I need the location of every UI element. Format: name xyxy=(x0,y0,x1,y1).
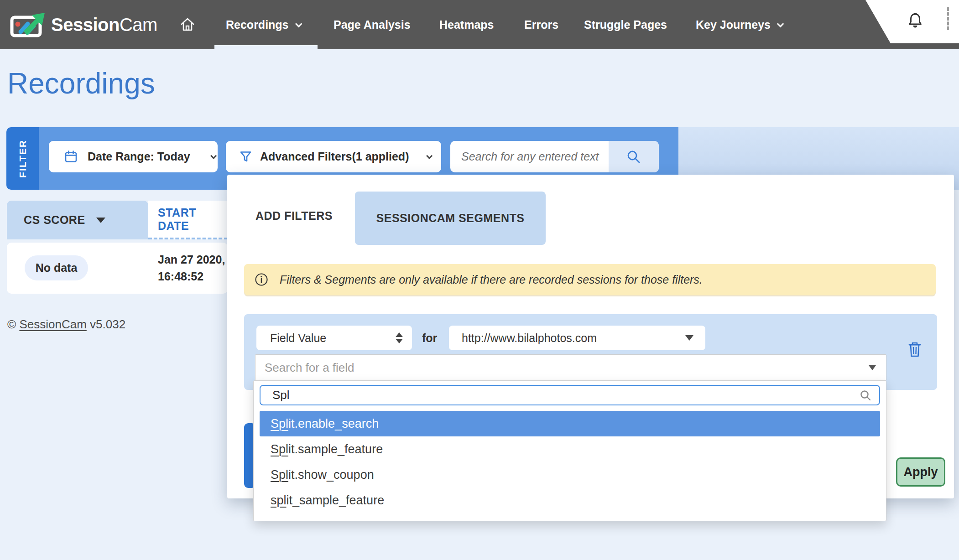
field-search-dropdown: Spl Split.enable_search Split.sample_fea… xyxy=(253,380,886,521)
filter-tab-label: FILTER xyxy=(17,140,28,178)
nav-heatmaps-label: Heatmaps xyxy=(439,18,494,31)
calendar-icon xyxy=(64,150,78,163)
bell-icon xyxy=(907,12,923,30)
home-icon xyxy=(180,17,195,32)
nav-page-analysis-label: Page Analysis xyxy=(334,18,411,31)
advanced-filters-button[interactable]: Advanced Filters(1 applied) xyxy=(226,141,441,172)
field-option-1[interactable]: Split.enable_search xyxy=(260,411,880,436)
field-option-4[interactable]: split_sample_feature xyxy=(260,487,880,513)
notifications-button[interactable] xyxy=(907,12,923,32)
info-banner-text: Filters & Segments are only available if… xyxy=(280,273,703,286)
text-search-input[interactable]: Search for any entered text xyxy=(450,150,609,163)
start-date-line2: 16:48:52 xyxy=(158,268,225,285)
apply-button[interactable]: Apply xyxy=(896,457,945,487)
sort-desc-icon xyxy=(96,218,105,223)
chevron-down-icon xyxy=(777,20,784,27)
kebab-menu[interactable] xyxy=(947,7,949,30)
nav-recordings-label: Recordings xyxy=(226,18,289,31)
recordings-screen: SessionCam Recordings Page Analysis Heat… xyxy=(0,0,959,560)
filter-funnel-icon xyxy=(240,150,252,163)
info-icon xyxy=(254,272,269,287)
dropdown-arrow-icon xyxy=(869,365,876,370)
text-search-box: Search for any entered text xyxy=(450,141,659,172)
chevron-down-icon xyxy=(295,20,302,27)
search-icon xyxy=(626,149,641,165)
tab-add-filters[interactable]: ADD FILTERS xyxy=(255,209,333,223)
field-type-select[interactable]: Field Value xyxy=(256,326,412,350)
version-label: v5.032 xyxy=(90,317,125,331)
site-select[interactable]: http://www.bilalphotos.com xyxy=(449,326,705,350)
info-banner: Filters & Segments are only available if… xyxy=(244,264,936,295)
advanced-filters-label: Advanced Filters(1 applied) xyxy=(260,150,409,163)
for-label: for xyxy=(422,326,437,350)
sessioncam-link[interactable]: SessionCam xyxy=(19,317,86,331)
start-date-header-label: START DATE xyxy=(158,206,228,233)
nav-key-journeys-label: Key Journeys xyxy=(696,18,771,31)
start-date-value: Jan 27 2020, 16:48:52 xyxy=(158,251,225,285)
nav-home[interactable] xyxy=(180,0,195,49)
date-range-label: Date Range: Today xyxy=(88,150,190,163)
filter-tab[interactable]: FILTER xyxy=(6,127,39,190)
brand[interactable]: SessionCam xyxy=(10,0,157,49)
nav-heatmaps[interactable]: Heatmaps xyxy=(439,0,494,49)
nav-corner-notch xyxy=(847,0,959,43)
table-row[interactable]: No data Jan 27 2020, 16:48:52 xyxy=(7,243,228,294)
site-select-value: http://www.bilalphotos.com xyxy=(462,332,597,345)
brand-name-light: Cam xyxy=(120,15,157,35)
nav-key-journeys[interactable]: Key Journeys xyxy=(696,0,782,49)
column-header-cs-score[interactable]: CS SCORE xyxy=(7,201,148,239)
field-select[interactable]: Search for a field xyxy=(255,354,886,381)
column-header-start-date[interactable]: START DATE xyxy=(148,201,228,239)
updown-arrows-icon xyxy=(396,332,403,343)
field-option-2[interactable]: Split.sample_feature xyxy=(260,436,880,462)
cs-score-header-label: CS SCORE xyxy=(24,213,85,227)
copyright-symbol: © xyxy=(7,317,16,331)
tab-sessioncam-segments[interactable]: SESSIONCAM SEGMENTS xyxy=(355,192,546,245)
nav-errors-label: Errors xyxy=(524,18,558,31)
chevron-down-icon xyxy=(427,152,433,159)
field-option-3[interactable]: Split.show_coupon xyxy=(260,462,880,487)
filter-condition-row: Field Value for http://www.bilalphotos.c… xyxy=(244,314,937,390)
search-submit-button[interactable] xyxy=(609,141,659,172)
nav-struggle-pages-label: Struggle Pages xyxy=(584,18,667,31)
active-tab-indicator xyxy=(214,45,318,49)
dropdown-arrow-icon xyxy=(685,335,693,341)
brand-name-bold: Session xyxy=(51,15,120,35)
chevron-down-icon xyxy=(210,152,217,159)
delete-filter-button[interactable] xyxy=(908,342,922,360)
version-footer: © SessionCam v5.032 xyxy=(7,317,125,332)
field-search-input[interactable]: Spl xyxy=(261,388,859,402)
trash-icon xyxy=(908,342,922,358)
field-select-placeholder: Search for a field xyxy=(255,361,869,375)
field-type-value: Field Value xyxy=(270,332,326,345)
cs-score-badge: No data xyxy=(25,255,88,280)
top-nav: SessionCam Recordings Page Analysis Heat… xyxy=(0,0,959,49)
advanced-filters-panel: ADD FILTERS SESSIONCAM SEGMENTS Filters … xyxy=(227,175,954,498)
nav-recordings[interactable]: Recordings xyxy=(226,0,300,49)
nav-struggle-pages[interactable]: Struggle Pages xyxy=(584,0,667,49)
field-search-input-box: Spl xyxy=(260,385,880,405)
nav-page-analysis[interactable]: Page Analysis xyxy=(334,0,411,49)
start-date-line1: Jan 27 2020, xyxy=(158,251,225,268)
search-icon xyxy=(859,389,872,402)
page-title: Recordings xyxy=(7,67,155,100)
brand-name: SessionCam xyxy=(51,15,157,35)
date-range-button[interactable]: Date Range: Today xyxy=(49,141,218,172)
nav-errors[interactable]: Errors xyxy=(524,0,558,49)
sessioncam-logo-icon xyxy=(10,12,47,37)
